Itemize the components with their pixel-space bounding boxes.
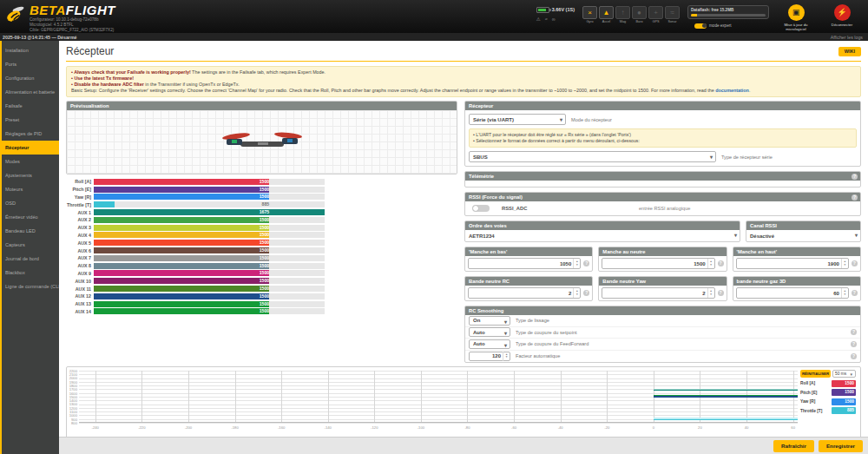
note-line: Basic Setup: Configure the 'Receiver' se…	[71, 88, 856, 94]
smoothing-type-select[interactable]: On ▾	[469, 316, 510, 326]
sidebar-item-modes[interactable]: Modes	[0, 155, 59, 168]
sidebar-item-ligne-de-commande-cli-[interactable]: Ligne de commande (CLI)	[0, 280, 59, 293]
channel-label: AUX 2	[66, 217, 91, 222]
channel-fill	[94, 194, 269, 200]
deadband-rc-input[interactable]: 2 ▲▼	[468, 287, 581, 299]
sidebar-item-preset[interactable]: Preset	[0, 113, 59, 127]
sidebar-item-moteurs[interactable]: Moteurs	[0, 182, 59, 196]
stepper-arrows-icon[interactable]: ▲▼	[503, 352, 510, 361]
channel-label: AUX 1	[66, 210, 91, 215]
battery-voltage: 3.66V (1S)	[552, 7, 575, 12]
channel-meter: 1500	[94, 255, 325, 261]
gridline-h	[79, 371, 798, 372]
channel-row: AUX 121500	[66, 293, 457, 300]
refresh-rate-select[interactable]: 50 ms ▾	[832, 370, 856, 378]
chevron-down-icon: ▾	[504, 343, 507, 349]
channel-value: 1500	[260, 247, 270, 253]
channel-map-select[interactable]: AETR1234 ▾	[465, 230, 740, 241]
log-bar: 2025-09-13 @14:21:45 — Désarmé Afficher …	[0, 33, 868, 41]
channel-label: AUX 3	[66, 225, 91, 230]
sidebar-item-capteurs[interactable]: Capteurs	[0, 238, 59, 252]
preview-panel: Prévisualisation	[66, 101, 457, 174]
channel-fill	[94, 247, 269, 253]
legend-value: 1500	[832, 380, 856, 387]
sidebar-item-bandeau-led[interactable]: Bandeau LED	[0, 224, 59, 238]
sidebar-item-failsafe[interactable]: Failsafe	[0, 99, 59, 113]
stepper-arrows-icon[interactable]: ▲▼	[841, 259, 848, 268]
stepper-arrows-icon[interactable]: ▲▼	[707, 288, 714, 298]
receiver-panel: Récepteur Série (via UART) ▾ Mode du réc…	[464, 101, 861, 167]
stick-high-input[interactable]: 1900 ▲▼	[736, 258, 849, 269]
firmware-update-button[interactable]: ▣ Mise à jour du micrologiciel	[777, 4, 815, 31]
channel-fill	[94, 270, 269, 276]
channel-map-panel: Ordre des voies AETR1234 ▾	[464, 220, 740, 242]
setpoint-cutoff-select[interactable]: Auto ▾	[469, 327, 510, 337]
deadband-rc-title: Bande neutre RC	[465, 277, 592, 286]
stepper-arrows-icon[interactable]: ▲▼	[573, 288, 580, 298]
sidebar-item-osd[interactable]: OSD	[0, 196, 59, 210]
stepper-arrows-icon[interactable]: ▲▼	[841, 288, 848, 298]
receiver-mode-select[interactable]: Série (via UART) ▾	[469, 114, 566, 125]
stepper-arrows-icon[interactable]: ▲▼	[707, 259, 714, 268]
deadband-yaw-input[interactable]: 2 ▲▼	[602, 287, 714, 299]
sidebar-item-configuration[interactable]: Configuration	[0, 71, 59, 85]
channel-label: Roll [A]	[66, 179, 91, 184]
channel-history-chart: 8009001000110012001300140015001600170018…	[66, 366, 861, 444]
refresh-button[interactable]: Rafraîchir	[773, 440, 814, 452]
x-axis-label: -60	[507, 425, 521, 430]
channel-row: AUX 131500	[66, 300, 457, 308]
help-icon: ?	[583, 260, 589, 266]
stick-low-input[interactable]: 1050 ▲▼	[468, 258, 581, 269]
sidebar-item-r-glages-de-pid[interactable]: Réglages de PID	[0, 127, 59, 141]
save-button[interactable]: Enregistrer	[819, 440, 863, 452]
sidebar-item--metteur-vid-o[interactable]: Émetteur vidéo	[0, 210, 59, 224]
x-axis-label: 0	[647, 425, 661, 430]
sidebar-item-ports[interactable]: Ports	[0, 57, 59, 71]
documentation-link[interactable]: documentation	[715, 88, 749, 93]
chart-legend: RÉINITIALISER 50 ms ▾ Roll [A]1500Pitch …	[800, 370, 856, 414]
channel-label: AUX 7	[66, 255, 91, 260]
gridline-v	[281, 371, 282, 422]
serial-provider-select[interactable]: SBUS ▾	[469, 151, 716, 162]
sidebar-item-installation[interactable]: Installation	[0, 43, 59, 57]
y-axis-label: 1800	[67, 384, 77, 388]
sidebar-item-ajustements[interactable]: Ajustements	[0, 168, 59, 182]
feedforward-cutoff-select[interactable]: Auto ▾	[469, 339, 510, 349]
chart-reset-button[interactable]: RÉINITIALISER	[800, 370, 831, 378]
stick-center-input[interactable]: 1500 ▲▼	[602, 258, 714, 269]
sensor-label: Mag	[615, 20, 630, 23]
auto-factor-input[interactable]: 120 ▲▼	[469, 352, 510, 361]
gridline-v	[141, 371, 142, 422]
deadband-3d-input[interactable]: 60 ▲▼	[736, 287, 849, 299]
sidebar-item-alimentation-et-batterie[interactable]: Alimentation et batterie	[0, 85, 59, 99]
rssi-adc-toggle[interactable]	[472, 205, 490, 212]
channel-label: Throttle [T]	[66, 202, 91, 207]
gridline-h	[79, 382, 798, 383]
sidebar-item-r-cepteur[interactable]: Récepteur	[0, 141, 59, 155]
stepper-arrows-icon[interactable]: ▲▼	[573, 259, 580, 268]
rssi-channel-value: Désactivé	[750, 234, 774, 239]
channel-fill	[94, 232, 269, 238]
expert-mode-toggle[interactable]	[694, 23, 707, 29]
preview-panel-title: Prévisualisation	[67, 102, 457, 110]
channel-meter: 885	[94, 201, 325, 207]
model-preview[interactable]	[67, 110, 457, 174]
channel-value: 1500	[260, 308, 270, 314]
channel-row: AUX 51500	[66, 239, 457, 247]
sensor-gps: +GPS	[648, 6, 663, 24]
sensor-status-bar: ×Gyro▲Accel↑Mag●Baro+GPS≈Sonar	[582, 6, 680, 24]
gridline-h	[79, 385, 798, 386]
rssi-channel-select[interactable]: Désactivé ▾	[746, 230, 860, 241]
series-line-center-top	[654, 396, 798, 397]
help-icon: ?	[583, 290, 589, 296]
channel-row: Throttle [T]885	[66, 201, 457, 208]
sidebar-item-journal-de-bord[interactable]: Journal de bord	[0, 252, 59, 266]
sensor-label: Accel	[599, 20, 614, 23]
disconnect-button[interactable]: ⚡ Déconnecter	[823, 4, 861, 27]
chevron-down-icon: ▾	[710, 155, 713, 161]
show-logs-link[interactable]: Afficher les logs	[831, 35, 863, 40]
legend-label: Yaw [R]	[800, 399, 832, 404]
sidebar-item-blackbox[interactable]: Blackbox	[0, 266, 59, 280]
wiki-button[interactable]: WIKI	[838, 47, 861, 56]
serial-provider-label: Type de récepteur série	[721, 155, 773, 160]
